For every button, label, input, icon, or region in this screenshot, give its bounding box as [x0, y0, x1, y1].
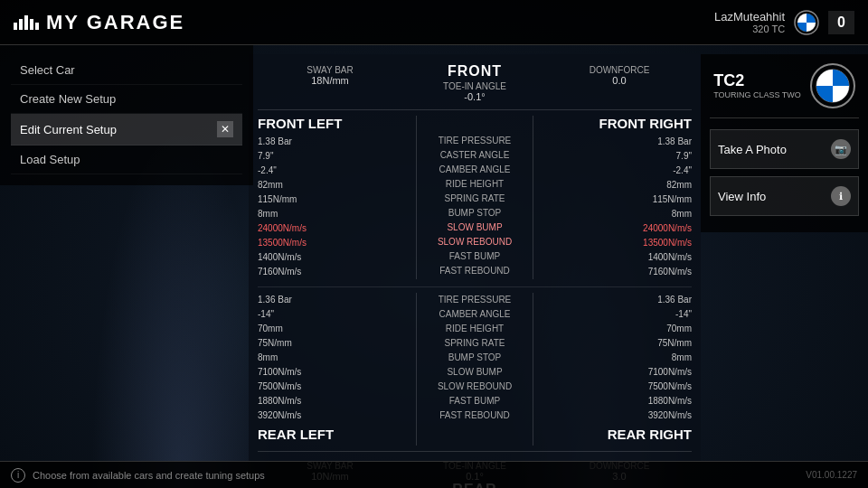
- rear-right-val: 70mm: [537, 322, 692, 336]
- front-left-val: -2.4": [258, 164, 412, 178]
- rear-right-section: 1.36 Bar-14"70mm75N/mm8mm7100N/m/s7500N/…: [537, 293, 692, 446]
- tc2-label: TC2 TOURING CLASS TWO: [713, 71, 801, 100]
- front-right-val: 1400N/m/s: [537, 250, 692, 265]
- center-front-label: RIDE HEIGHT: [422, 177, 527, 192]
- camera-icon: 📷: [831, 139, 851, 159]
- rear-left-val: 7500N/m/s: [258, 380, 412, 394]
- center-rear-labels: TIRE PRESSURECAMBER ANGLERIDE HEIGHTSPRI…: [416, 293, 533, 446]
- rear-left-val: 75N/mm: [258, 336, 412, 351]
- front-left-val: 7.9": [258, 149, 412, 164]
- center-front-label: SPRING RATE: [422, 192, 527, 206]
- view-info-button[interactable]: View Info ℹ: [710, 176, 859, 216]
- version-text: V01.00.1227: [806, 470, 857, 480]
- rear-right-val: 8mm: [537, 351, 692, 365]
- front-left-val: 115N/mm: [258, 192, 412, 207]
- rear-right-val: -14": [537, 307, 692, 322]
- center-front-label: SLOW BUMP: [422, 221, 527, 235]
- center-front-label: CASTER ANGLE: [422, 148, 527, 163]
- rear-left-val: 8mm: [258, 351, 412, 365]
- close-icon[interactable]: ✕: [217, 121, 233, 137]
- rear-left-val: 7100N/m/s: [258, 365, 412, 380]
- rear-left-val: -14": [258, 307, 412, 322]
- sidebar-item-load-setup[interactable]: Load Setup: [11, 145, 242, 174]
- rear-right-val: 1.36 Bar: [537, 293, 692, 307]
- rear-left-val: 3920N/m/s: [258, 408, 412, 423]
- front-left-val: 13500N/m/s: [258, 236, 412, 250]
- center-rear-label: SLOW BUMP: [422, 365, 527, 380]
- center-front-label: CAMBER ANGLE: [422, 163, 527, 177]
- front-left-val: 82mm: [258, 178, 412, 192]
- page-title: MY GARAGE: [46, 11, 184, 34]
- front-right-val: 7160N/m/s: [537, 265, 692, 279]
- front-right-section: FRONT RIGHT 1.38 Bar7.9"-2.4"82mm115N/mm…: [537, 116, 692, 279]
- center-rear-label: FAST BUMP: [422, 394, 527, 408]
- front-right-val: 8mm: [537, 207, 692, 221]
- front-right-val: 7.9": [537, 149, 692, 164]
- center-front-label: TIRE PRESSURE: [422, 134, 527, 148]
- rear-left-section: 1.36 Bar-14"70mm75N/mm8mm7100N/m/s7500N/…: [258, 293, 412, 446]
- logo-icon: [14, 15, 39, 30]
- front-left-val: 8mm: [258, 207, 412, 221]
- rear-right-val: 75N/mm: [537, 336, 692, 351]
- sidebar-item-create-setup[interactable]: Create New Setup: [11, 85, 242, 114]
- front-left-val: 7160N/m/s: [258, 265, 412, 279]
- center-front-label: FAST REBOUND: [422, 264, 527, 278]
- rear-right-val: 3920N/m/s: [537, 408, 692, 423]
- front-right-val: -2.4": [537, 164, 692, 178]
- logo-area: MY GARAGE: [0, 11, 198, 34]
- rear-left-val: 1.36 Bar: [258, 293, 412, 307]
- center-labels: TIRE PRESSURECASTER ANGLECAMBER ANGLERID…: [416, 116, 533, 279]
- username: LazMuteahhit 320 TC: [714, 10, 785, 34]
- front-right-val: 82mm: [537, 178, 692, 192]
- info-btn-icon: ℹ: [831, 186, 851, 206]
- rear-left-val: 1880N/m/s: [258, 394, 412, 408]
- setup-panel: SWAY BAR 18N/mm FRONT TOE-IN ANGLE -0.1°…: [249, 54, 701, 461]
- center-rear-label: SLOW REBOUND: [422, 380, 527, 394]
- front-right-val: 24000N/m/s: [537, 221, 692, 236]
- center-rear-label: SPRING RATE: [422, 336, 527, 351]
- bmw-roundel-icon: [810, 63, 855, 108]
- left-sidebar: Select Car Create New Setup Edit Current…: [0, 45, 253, 185]
- center-rear-label: FAST REBOUND: [422, 408, 527, 423]
- bottom-bar: i Choose from available cars and create …: [0, 461, 868, 488]
- front-left-val: 1400N/m/s: [258, 250, 412, 265]
- take-photo-button[interactable]: Take A Photo 📷: [710, 129, 859, 169]
- front-right-val: 13500N/m/s: [537, 236, 692, 250]
- front-left-val: 24000N/m/s: [258, 221, 412, 236]
- bmw-logo-icon: [794, 10, 819, 35]
- rear-left-val: 70mm: [258, 322, 412, 336]
- sidebar-item-edit-setup[interactable]: Edit Current Setup ✕: [11, 114, 242, 145]
- center-front-label: BUMP STOP: [422, 206, 527, 221]
- front-sway-bar: SWAY BAR 18N/mm: [258, 63, 402, 102]
- score-display: 0: [828, 11, 854, 34]
- info-icon: i: [11, 468, 25, 483]
- rear-right-val: 7500N/m/s: [537, 380, 692, 394]
- center-rear-label: CAMBER ANGLE: [422, 307, 527, 322]
- car-badge: TC2 TOURING CLASS TWO: [710, 63, 859, 118]
- sidebar-item-select-car[interactable]: Select Car: [11, 56, 242, 85]
- center-rear-label: BUMP STOP: [422, 351, 527, 365]
- rear-right-val: 7100N/m/s: [537, 365, 692, 380]
- center-rear-label: TIRE PRESSURE: [422, 293, 527, 307]
- front-left-val: 1.38 Bar: [258, 135, 412, 149]
- front-left-section: FRONT LEFT 1.38 Bar7.9"-2.4"82mm115N/mm8…: [258, 116, 412, 279]
- top-right: LazMuteahhit 320 TC 0: [714, 10, 868, 35]
- front-downforce: DOWNFORCE 0.0: [547, 63, 692, 102]
- front-right-val: 1.38 Bar: [537, 135, 692, 149]
- front-right-val: 115N/mm: [537, 192, 692, 207]
- front-header: FRONT TOE-IN ANGLE -0.1°: [402, 63, 547, 102]
- rear-right-val: 1880N/m/s: [537, 394, 692, 408]
- center-rear-label: RIDE HEIGHT: [422, 322, 527, 336]
- top-bar: MY GARAGE LazMuteahhit 320 TC 0: [0, 0, 868, 45]
- center-front-label: FAST BUMP: [422, 249, 527, 264]
- help-text: Choose from available cars and create tu…: [33, 470, 265, 481]
- center-front-label: SLOW REBOUND: [422, 235, 527, 249]
- right-panel: TC2 TOURING CLASS TWO Take A Photo 📷 Vie…: [701, 54, 868, 232]
